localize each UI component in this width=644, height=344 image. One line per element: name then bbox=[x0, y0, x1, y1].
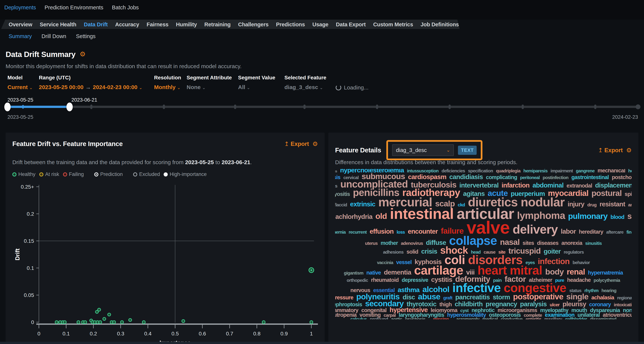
nav-item-batch-jobs[interactable]: Batch Jobs bbox=[112, 4, 139, 11]
control-value-resolution[interactable]: Monthly⌄ bbox=[154, 84, 180, 90]
wordcloud-word: failure bbox=[441, 227, 464, 234]
scatter-point[interactable] bbox=[98, 308, 100, 311]
slider-interval-tick bbox=[163, 105, 165, 109]
scatter-point[interactable] bbox=[55, 321, 58, 324]
scatter-point[interactable] bbox=[103, 318, 106, 321]
wordcloud-word: drug bbox=[587, 203, 596, 207]
scatter-point[interactable] bbox=[120, 321, 124, 324]
wordcloud-word: senile bbox=[627, 213, 632, 220]
wordcloud-word: regulators bbox=[564, 250, 584, 254]
slider-selected-range[interactable] bbox=[8, 106, 70, 108]
nav-item-prediction-environments[interactable]: Prediction Environments bbox=[44, 4, 103, 11]
scatter-point[interactable] bbox=[63, 321, 66, 324]
wordcloud-word: anterolateral bbox=[628, 203, 632, 207]
wordcloud-word: malleolus bbox=[335, 184, 337, 188]
subnav-item-drill-down[interactable]: Drill Down bbox=[42, 33, 66, 39]
wordcloud-word: myositis bbox=[335, 192, 350, 196]
wordcloud-word: infection bbox=[538, 258, 570, 265]
wordcloud-word: alcohol bbox=[422, 286, 449, 293]
scatter-point[interactable] bbox=[77, 321, 80, 324]
wordcloud-word: infective bbox=[452, 283, 501, 293]
control-value-range-utc-[interactable]: 2023-05-25 00:00→2024-02-23 00:00⌄ bbox=[39, 84, 142, 90]
wordcloud-word: graft bbox=[443, 296, 452, 300]
wordcloud-word: aortic bbox=[391, 317, 402, 319]
time-range-slider[interactable]: 2023-05-25 2023-06-21 2023-05-25 2024-02… bbox=[8, 97, 638, 121]
slider-track[interactable] bbox=[8, 106, 638, 108]
subnav-item-summary[interactable]: Summary bbox=[8, 33, 32, 39]
tab-overview[interactable]: Overview bbox=[8, 21, 32, 28]
wordcloud-word: complicating bbox=[486, 175, 517, 180]
wordcloud-word: effusion bbox=[370, 229, 394, 234]
scatter-point[interactable] bbox=[142, 321, 145, 324]
wordcloud-word: intussusception bbox=[407, 169, 438, 173]
wordcloud-word: pregnancy bbox=[486, 301, 517, 307]
scatter-point[interactable] bbox=[112, 321, 116, 324]
scatter-point[interactable] bbox=[99, 321, 102, 324]
scatter-point[interactable] bbox=[84, 321, 87, 324]
wordcloud-word: spinal bbox=[625, 192, 632, 196]
panel-settings-gear-icon[interactable]: ⚙ bbox=[312, 140, 318, 148]
scatter-point[interactable] bbox=[262, 321, 265, 324]
slider-handle-end[interactable] bbox=[66, 103, 73, 111]
export-button[interactable]: ↥ Export bbox=[598, 147, 623, 154]
wordcloud-word: intestinal bbox=[390, 207, 454, 220]
wordcloud-word: postinfection bbox=[543, 176, 568, 180]
scatter-point[interactable] bbox=[310, 321, 313, 324]
slider-handle-start[interactable] bbox=[4, 103, 11, 111]
wordcloud-word: abdominal bbox=[532, 182, 564, 188]
wordcloud-word: pressure bbox=[335, 295, 353, 300]
tab-data-export[interactable]: Data Export bbox=[336, 21, 366, 28]
wordcloud-word: spontaneous bbox=[335, 170, 337, 173]
drift-importance-chart[interactable]: 00.050.10.150.20.25+00.10.20.30.40.50.60… bbox=[12, 181, 319, 344]
wordcloud-word: conductive bbox=[501, 317, 523, 319]
tab-custom-metrics[interactable]: Custom Metrics bbox=[373, 21, 413, 28]
wordcloud-word: maxillary bbox=[544, 317, 562, 319]
control-value-model[interactable]: Current⌄ bbox=[8, 84, 33, 90]
slider-interval-tick bbox=[522, 105, 524, 109]
tab-service-health[interactable]: Service Health bbox=[40, 21, 76, 28]
slider-interval-tick bbox=[90, 105, 92, 109]
wordcloud-word: thigh bbox=[440, 302, 452, 307]
feature-select-dropdown[interactable]: diag_3_desc ⌄ bbox=[392, 144, 454, 156]
svg-text:0.6: 0.6 bbox=[199, 331, 206, 337]
slider-interval-tick bbox=[376, 105, 378, 109]
chart-legend: HealthyAt riskFailingPredictionExcludedH… bbox=[12, 172, 210, 177]
wordcloud-word: solid bbox=[406, 249, 418, 254]
page-title: Data Drift Summary⚙ bbox=[6, 50, 86, 59]
tab-accuracy[interactable]: Accuracy bbox=[115, 21, 139, 28]
tab-predictions[interactable]: Predictions bbox=[276, 21, 305, 28]
tab-humility[interactable]: Humility bbox=[176, 21, 197, 28]
wordcloud-word: abuse bbox=[418, 293, 440, 300]
wordcloud-word: gastrointestinal bbox=[572, 175, 609, 180]
wordcloud-word: single bbox=[566, 293, 588, 300]
tab-fairness[interactable]: Fairness bbox=[146, 21, 168, 28]
svg-text:0.4: 0.4 bbox=[144, 331, 152, 337]
scatter-point[interactable] bbox=[108, 313, 111, 316]
control-value-segment-attribute: None⌄ bbox=[186, 84, 206, 90]
legend-failing-icon bbox=[63, 172, 67, 176]
svg-text:0: 0 bbox=[38, 331, 40, 337]
wordcloud-word: vessel bbox=[396, 260, 412, 265]
tab-challengers[interactable]: Challengers bbox=[238, 21, 268, 28]
tab-retraining[interactable]: Retraining bbox=[204, 21, 230, 28]
nav-item-deployments[interactable]: Deployments bbox=[4, 4, 36, 11]
settings-gear-icon[interactable]: ⚙ bbox=[80, 50, 86, 58]
control-value-segment-value: All⌄ bbox=[238, 84, 250, 90]
tab-job-definitions[interactable]: Job Definitions bbox=[420, 21, 459, 28]
wordcloud-word: cartilage bbox=[414, 265, 463, 276]
tab-usage[interactable]: Usage bbox=[312, 21, 328, 28]
wordcloud-word: mother bbox=[380, 241, 398, 245]
slider-max-label: 2024-02-23 bbox=[612, 114, 638, 120]
wordcloud-word: childbirth bbox=[455, 301, 483, 307]
scatter-point[interactable] bbox=[182, 320, 185, 323]
tab-data-drift[interactable]: Data Drift bbox=[84, 21, 108, 28]
wordcloud-word: nodular bbox=[521, 197, 565, 207]
wordcloud-word: storm bbox=[493, 294, 510, 300]
panel-settings-gear-icon[interactable]: ⚙ bbox=[626, 147, 632, 154]
wordcloud-word: acromegaly bbox=[456, 317, 479, 319]
wordcloud-word: mechanical bbox=[598, 169, 625, 173]
export-button[interactable]: ↥ Export bbox=[284, 141, 309, 147]
chevron-down-icon: ⌄ bbox=[446, 148, 450, 153]
subnav-item-settings[interactable]: Settings bbox=[76, 33, 96, 39]
scatter-point[interactable] bbox=[129, 319, 132, 321]
